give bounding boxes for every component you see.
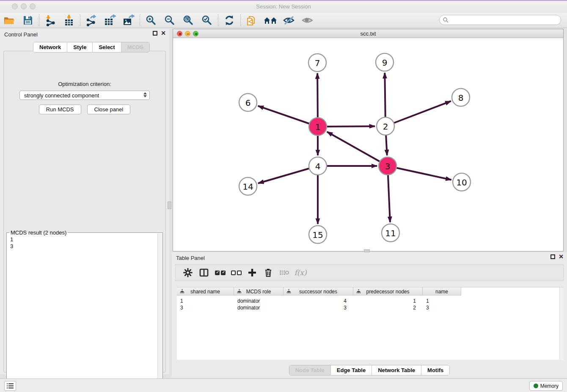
search-input[interactable] [439, 15, 561, 25]
mcds-result-lines[interactable]: 1 3 [10, 236, 13, 250]
result-scrollbar[interactable] [157, 233, 162, 392]
column-header-predecessor-nodes[interactable]: predecessor nodes [353, 287, 423, 295]
control-panel-title: Control Panel [4, 31, 38, 38]
tab-network-table[interactable]: Network Table [372, 365, 421, 375]
graph-edge-3-10[interactable] [388, 166, 451, 180]
graph-node-label-14: 14 [242, 182, 253, 192]
zoom-selected-icon [201, 15, 212, 26]
tab-motifs[interactable]: Motifs [421, 365, 449, 375]
float-table-panel-icon[interactable] [550, 254, 555, 259]
column-label: name [435, 289, 448, 295]
cell-successor-nodes[interactable]: 4 [284, 298, 353, 304]
column-label: predecessor nodes [366, 289, 409, 295]
refresh-icon [224, 15, 235, 26]
memory-label: Memory [540, 383, 559, 389]
tab-style[interactable]: Style [67, 42, 93, 52]
zoom-in-button[interactable] [142, 13, 160, 28]
run-mcds-button[interactable]: Run MCDS [39, 105, 81, 114]
table-row[interactable]: 1 dominator 4 1 1 [177, 298, 461, 304]
vertical-splitter-handle[interactable] [168, 202, 171, 209]
home-networks-button[interactable] [261, 13, 280, 28]
export-table-icon [104, 14, 116, 26]
gear-icon [183, 268, 193, 277]
show-columns-button[interactable] [196, 265, 212, 280]
close-panel-button[interactable]: Close panel [87, 105, 131, 114]
zoom-out-button[interactable] [160, 13, 179, 28]
cell-predecessor-nodes[interactable]: 2 [353, 304, 423, 311]
import-table-icon [63, 14, 75, 26]
tab-edge-table[interactable]: Edge Table [331, 365, 372, 375]
select-all-rows-button[interactable] [212, 265, 228, 280]
first-neighbors-button[interactable] [242, 13, 261, 28]
add-column-button[interactable] [244, 265, 260, 280]
table-scrollbar[interactable] [559, 287, 563, 360]
cell-mcds-role[interactable]: dominator [234, 298, 284, 304]
save-icon [23, 15, 33, 25]
toolbar-separator [240, 14, 241, 26]
search-icon [443, 17, 449, 23]
tab-network[interactable]: Network [33, 42, 67, 52]
cell-successor-nodes[interactable]: 3 [284, 304, 353, 311]
show-all-button[interactable] [298, 13, 317, 28]
graph-edge-2-8[interactable] [385, 101, 451, 126]
float-panel-icon[interactable] [153, 31, 157, 36]
column-header-name[interactable]: name [423, 287, 461, 295]
control-panel-tabs: Network Style Select MCDS [33, 42, 150, 52]
graph-edge-1-6[interactable] [258, 106, 318, 127]
graph-edge-3-1[interactable] [327, 132, 388, 166]
table-tabs: Node Table Edge Table Network Table Moti… [289, 365, 450, 375]
window-titlebar: Session: New Session [0, 1, 567, 13]
cell-predecessor-nodes[interactable]: 1 [353, 298, 423, 304]
save-session-button[interactable] [19, 13, 37, 28]
export-network-button[interactable] [82, 13, 101, 28]
cell-shared-name[interactable]: 1 [177, 298, 234, 304]
table-row[interactable]: 3 dominator 3 2 3 [177, 304, 461, 311]
destroy-table-button[interactable] [276, 265, 292, 280]
tab-select[interactable]: Select [93, 42, 121, 52]
column-header-mcds-role[interactable]: MCDS role [234, 287, 284, 295]
hide-selected-button[interactable] [280, 13, 298, 28]
open-session-button[interactable] [0, 13, 19, 28]
zoom-fit-button[interactable] [179, 13, 198, 28]
export-table-button[interactable] [101, 13, 119, 28]
graph-node-label-7: 7 [315, 58, 320, 68]
function-builder-button[interactable]: f(x) [292, 265, 308, 280]
toolbar-separator [39, 14, 39, 26]
zoom-selected-button[interactable] [198, 13, 216, 28]
tab-mcds[interactable]: MCDS [121, 42, 149, 52]
eye-slash-icon [283, 15, 295, 25]
export-image-button[interactable] [119, 13, 138, 28]
fx-icon: f(x) [294, 268, 306, 277]
export-network-icon [85, 14, 98, 26]
network-window-titlebar[interactable]: scc.txt [173, 29, 563, 38]
toolbar-separator [218, 14, 218, 26]
table-settings-button[interactable] [180, 265, 196, 280]
cell-name[interactable]: 3 [423, 304, 461, 311]
cell-mcds-role[interactable]: dominator [234, 304, 284, 311]
task-history-button[interactable] [4, 381, 16, 391]
node-table: shared name MCDS role successor nodes [177, 287, 563, 360]
close-table-panel-icon[interactable]: ✕ [559, 254, 564, 259]
column-header-successor-nodes[interactable]: successor nodes [284, 287, 353, 295]
apply-layout-button[interactable] [220, 13, 239, 28]
eye-icon [301, 15, 314, 25]
network-canvas[interactable]: 7968124314101511 [173, 38, 563, 251]
deselect-all-rows-button[interactable] [228, 265, 244, 280]
memory-button[interactable]: Memory [529, 381, 563, 391]
import-network-button[interactable] [41, 13, 60, 28]
cell-name[interactable]: 1 [423, 298, 461, 304]
network-graph-svg[interactable]: 7968124314101511 [173, 38, 563, 251]
cell-shared-name[interactable]: 3 [177, 304, 234, 311]
delete-column-button[interactable] [260, 265, 276, 280]
houses-icon [263, 15, 278, 25]
column-header-shared-name[interactable]: shared name [177, 287, 234, 295]
tab-node-table[interactable]: Node Table [289, 365, 331, 375]
criterion-dropdown[interactable]: strongly connected component [19, 91, 150, 100]
attribute-tree-icon [180, 289, 184, 294]
horizontal-splitter-handle[interactable] [364, 249, 370, 252]
main-toolbar [0, 13, 567, 28]
toolbar-separator [140, 14, 140, 26]
close-panel-icon[interactable]: ✕ [161, 31, 166, 36]
trash-icon [264, 268, 272, 277]
import-table-button[interactable] [60, 13, 78, 28]
